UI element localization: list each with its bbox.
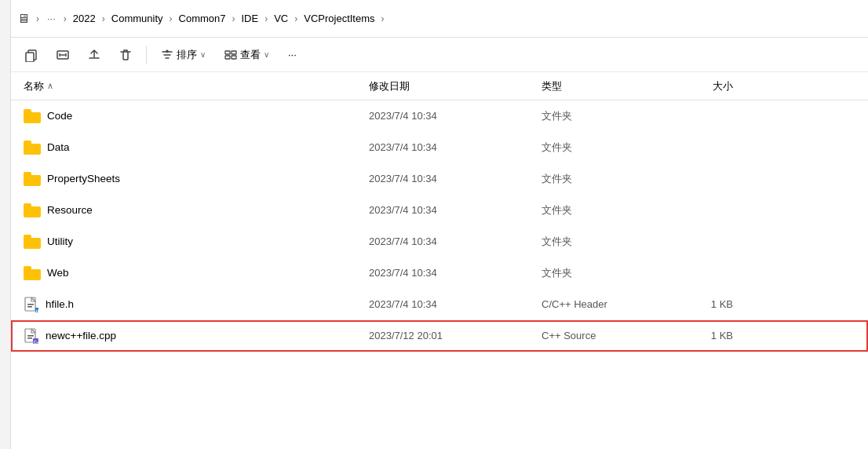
view-label: 查看 <box>240 48 261 62</box>
file-name-text: PropertySheets <box>47 173 120 184</box>
svg-rect-11 <box>27 304 34 305</box>
file-type-cell: C++ Source <box>542 330 667 341</box>
delete-icon <box>119 48 133 62</box>
breadcrumb-sep-0: › <box>36 13 39 24</box>
view-button[interactable]: 查看 ∨ <box>217 45 277 65</box>
name-sort-icon: ∧ <box>47 81 53 91</box>
column-name-label: 名称 <box>24 79 44 93</box>
share-icon <box>87 48 101 62</box>
breadcrumb-sep-1: › <box>64 13 67 24</box>
folder-icon <box>24 172 41 186</box>
file-size-cell: 1 KB <box>667 298 746 310</box>
sort-icon <box>161 49 173 61</box>
breadcrumb-vc[interactable]: VC <box>271 11 291 26</box>
svg-rect-16 <box>27 335 34 337</box>
file-type-cell: 文件夹 <box>542 109 667 123</box>
breadcrumb-bar: 🖥 › ··· › 2022 › Community › Common7 › I… <box>11 0 868 38</box>
table-row[interactable]: Resource 2023/7/4 10:34 文件夹 <box>11 195 868 226</box>
file-date-cell: 2023/7/4 10:34 <box>369 267 542 279</box>
copy-button[interactable] <box>17 42 46 68</box>
toolbar-divider <box>146 46 147 64</box>
column-date[interactable]: 修改日期 <box>369 79 542 93</box>
rename-button[interactable] <box>49 42 77 68</box>
file-name-text: Utility <box>47 235 73 247</box>
breadcrumb-sep-5: › <box>264 13 268 24</box>
file-type-cell: 文件夹 <box>542 235 667 249</box>
svg-rect-8 <box>232 51 236 54</box>
svg-rect-7 <box>225 56 230 59</box>
header-file-icon: H <box>24 297 39 312</box>
breadcrumb-sep-7: › <box>381 13 385 24</box>
file-list: Code 2023/7/4 10:34 文件夹 Data 2023/7/4 10… <box>11 100 868 449</box>
file-list-container: 名称 ∧ 修改日期 类型 大小 Code 2023/7/4 10:34 文件夹 … <box>11 72 868 449</box>
file-name-text: Resource <box>47 204 93 216</box>
sort-chevron-icon: ∨ <box>200 50 206 59</box>
monitor-icon: 🖥 <box>17 12 30 26</box>
column-size[interactable]: 大小 <box>667 79 746 93</box>
file-date-cell: 2023/7/12 20:01 <box>369 330 542 341</box>
toolbar: 排序 ∨ 查看 ∨ ··· <box>11 38 868 72</box>
more-button[interactable]: ··· <box>280 46 305 64</box>
column-type[interactable]: 类型 <box>542 79 667 93</box>
file-type-cell: 文件夹 <box>542 203 667 217</box>
table-row[interactable]: Code 2023/7/4 10:34 文件夹 <box>11 100 868 132</box>
breadcrumb-common7[interactable]: Common7 <box>176 11 229 26</box>
file-name-text: Code <box>47 110 72 122</box>
share-button[interactable] <box>80 42 108 68</box>
more-label: ··· <box>288 49 297 60</box>
breadcrumb-community[interactable]: Community <box>108 11 166 26</box>
folder-icon <box>24 203 41 217</box>
breadcrumb-ide[interactable]: IDE <box>238 11 261 26</box>
file-name-cell: PropertySheets <box>24 172 369 186</box>
file-name-text: Data <box>47 141 70 153</box>
file-name-cell: Resource <box>24 203 369 217</box>
left-sidebar <box>0 0 11 449</box>
file-date-cell: 2023/7/4 10:34 <box>369 298 542 310</box>
file-date-cell: 2023/7/4 10:34 <box>369 141 542 153</box>
table-row[interactable]: PropertySheets 2023/7/4 10:34 文件夹 <box>11 163 868 195</box>
breadcrumb-vcprojectitems[interactable]: VCProjectItems <box>301 11 377 26</box>
table-row[interactable]: C+ newc++file.cpp 2023/7/12 20:01 C++ So… <box>11 320 868 352</box>
file-type-cell: C/C++ Header <box>542 298 667 310</box>
table-row[interactable]: Web 2023/7/4 10:34 文件夹 <box>11 257 868 289</box>
file-date-cell: 2023/7/4 10:34 <box>369 235 542 247</box>
svg-text:C+: C+ <box>34 339 38 344</box>
table-row[interactable]: Utility 2023/7/4 10:34 文件夹 <box>11 226 868 257</box>
cpp-file-icon: C+ <box>24 328 39 344</box>
file-size-cell: 1 KB <box>667 330 746 341</box>
view-chevron-icon: ∨ <box>264 50 269 59</box>
file-type-cell: 文件夹 <box>542 141 667 155</box>
breadcrumb-sep-4: › <box>232 13 235 24</box>
view-icon <box>224 49 237 61</box>
folder-icon <box>24 141 41 155</box>
svg-rect-6 <box>225 51 230 54</box>
column-date-label: 修改日期 <box>369 80 410 92</box>
breadcrumb-sep-3: › <box>170 13 173 24</box>
delete-button[interactable] <box>111 42 140 68</box>
column-size-label: 大小 <box>713 80 733 92</box>
column-type-label: 类型 <box>542 80 562 92</box>
table-row[interactable]: H hfile.h 2023/7/4 10:34 C/C++ Header 1 … <box>11 289 868 320</box>
column-name[interactable]: 名称 ∧ <box>24 79 369 93</box>
file-name-cell: Data <box>24 141 369 155</box>
svg-rect-17 <box>27 338 32 339</box>
file-name-text: newc++file.cpp <box>46 330 116 341</box>
svg-rect-1 <box>26 53 34 62</box>
file-type-cell: 文件夹 <box>542 266 667 280</box>
file-list-header: 名称 ∧ 修改日期 类型 大小 <box>11 72 868 100</box>
file-type-cell: 文件夹 <box>542 172 667 186</box>
table-row[interactable]: Data 2023/7/4 10:34 文件夹 <box>11 132 868 163</box>
file-name-text: Web <box>47 267 69 279</box>
breadcrumb-sep-6: › <box>294 13 297 24</box>
folder-icon <box>24 235 41 249</box>
svg-rect-12 <box>27 306 32 308</box>
sort-button[interactable]: 排序 ∨ <box>153 45 213 65</box>
file-name-cell: C+ newc++file.cpp <box>24 328 369 344</box>
file-name-cell: Web <box>24 266 369 280</box>
breadcrumb-ellipsis[interactable]: ··· <box>42 11 60 26</box>
sort-label: 排序 <box>177 48 197 62</box>
file-date-cell: 2023/7/4 10:34 <box>369 204 542 216</box>
folder-icon <box>24 266 41 280</box>
breadcrumb-2022[interactable]: 2022 <box>70 11 99 26</box>
file-date-cell: 2023/7/4 10:34 <box>369 173 542 184</box>
